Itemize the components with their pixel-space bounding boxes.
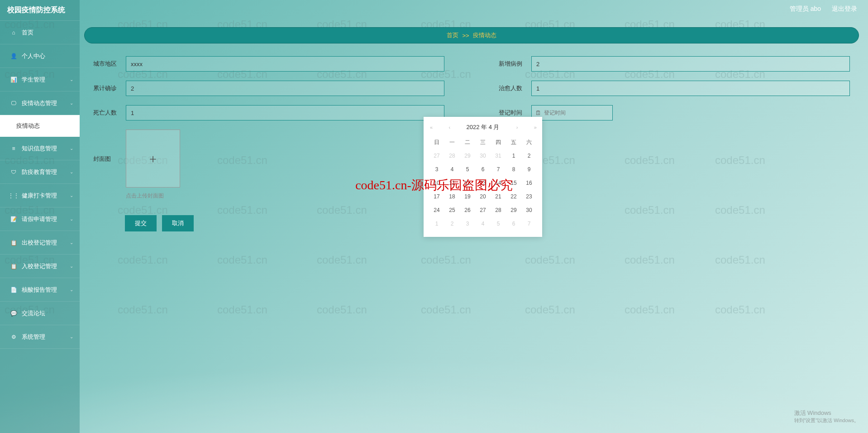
dp-day[interactable]: 15 bbox=[506, 176, 521, 190]
dp-day[interactable]: 29 bbox=[460, 149, 475, 163]
sidebar-item-11[interactable]: 💬交流论坛 bbox=[0, 302, 80, 325]
plus-icon: ＋ bbox=[147, 151, 159, 167]
sidebar-item-7[interactable]: 📝请假申请管理⌄ bbox=[0, 207, 80, 231]
dp-day[interactable]: 6 bbox=[506, 217, 521, 231]
dp-day[interactable]: 27 bbox=[475, 203, 491, 217]
dp-day[interactable]: 21 bbox=[491, 190, 506, 203]
breadcrumb-home[interactable]: 首页 bbox=[447, 31, 458, 39]
dp-day[interactable]: 23 bbox=[521, 190, 537, 203]
dp-day[interactable]: 27 bbox=[429, 149, 444, 163]
dp-day[interactable]: 30 bbox=[475, 149, 491, 163]
dp-day[interactable]: 7 bbox=[521, 217, 537, 231]
dp-day[interactable]: 17 bbox=[429, 190, 444, 203]
sidebar-item-2[interactable]: 📊学生管理⌄ bbox=[0, 68, 80, 91]
dp-day[interactable]: 8 bbox=[506, 163, 521, 176]
watermark-small: code51.cn bbox=[625, 303, 675, 316]
dp-next-year[interactable]: » bbox=[534, 125, 536, 130]
submit-button[interactable]: 提交 bbox=[125, 215, 157, 231]
dp-day[interactable]: 3 bbox=[460, 217, 475, 231]
sidebar-item-12[interactable]: ⚙系统管理⌄ bbox=[0, 325, 80, 349]
dp-day[interactable]: 3 bbox=[429, 163, 444, 176]
log-icon: 📋 bbox=[10, 239, 17, 246]
regtime-input-wrap[interactable]: 🗓 bbox=[531, 105, 613, 120]
chevron-down-icon: ⌄ bbox=[70, 240, 73, 245]
home-icon: ⌂ bbox=[10, 29, 17, 36]
dp-day[interactable]: 2 bbox=[444, 217, 460, 231]
dp-day[interactable]: 30 bbox=[521, 203, 537, 217]
sidebar-item-8[interactable]: 📋出校登记管理⌄ bbox=[0, 231, 80, 255]
newcase-input[interactable] bbox=[531, 56, 850, 72]
dp-day[interactable]: 7 bbox=[491, 163, 506, 176]
watermark-small: code51.cn bbox=[525, 254, 575, 266]
dp-day[interactable]: 29 bbox=[506, 203, 521, 217]
logout-link[interactable]: 退出登录 bbox=[832, 5, 857, 13]
sidebar-item-label: 知识信息管理 bbox=[22, 144, 57, 153]
dp-day[interactable]: 24 bbox=[429, 203, 444, 217]
sidebar-item-label: 系统管理 bbox=[22, 333, 45, 341]
dp-day[interactable]: 31 bbox=[491, 149, 506, 163]
dp-day[interactable]: 9 bbox=[521, 163, 537, 176]
dp-day[interactable]: 16 bbox=[521, 176, 537, 190]
dp-day[interactable]: 13 bbox=[475, 176, 491, 190]
sidebar-item-9[interactable]: 📋入校登记管理⌄ bbox=[0, 255, 80, 278]
activate-line1: 激活 Windows bbox=[794, 409, 859, 417]
dp-day[interactable]: 1 bbox=[429, 217, 444, 231]
total-input[interactable] bbox=[126, 81, 444, 96]
sidebar-item-label: 首页 bbox=[22, 29, 33, 37]
dp-day[interactable]: 22 bbox=[506, 190, 521, 203]
calendar-icon: 🗓 bbox=[535, 110, 541, 116]
cover-upload[interactable]: ＋ bbox=[126, 130, 180, 188]
dp-day[interactable]: 25 bbox=[444, 203, 460, 217]
sidebar-item-label: 出校登记管理 bbox=[22, 239, 57, 247]
sidebar-subitem-active[interactable]: 疫情动态 bbox=[0, 115, 80, 137]
chevron-down-icon: ⌄ bbox=[70, 146, 73, 151]
cancel-button[interactable]: 取消 bbox=[162, 215, 194, 231]
dp-day[interactable]: 28 bbox=[444, 149, 460, 163]
dp-day[interactable]: 20 bbox=[475, 190, 491, 203]
dp-day[interactable]: 2 bbox=[521, 149, 537, 163]
sidebar-item-1[interactable]: 👤个人中心 bbox=[0, 44, 80, 68]
dp-weekday: 六 bbox=[521, 136, 537, 149]
user-icon: 👤 bbox=[10, 53, 17, 60]
total-label: 累计确诊 bbox=[93, 81, 126, 92]
dp-day[interactable]: 4 bbox=[444, 163, 460, 176]
dp-prev-month[interactable]: ‹ bbox=[448, 125, 449, 130]
dp-day[interactable]: 19 bbox=[460, 190, 475, 203]
sidebar-item-6[interactable]: ⋮⋮健康打卡管理⌄ bbox=[0, 184, 80, 207]
sidebar-item-0[interactable]: ⌂首页 bbox=[0, 21, 80, 44]
death-input[interactable] bbox=[126, 105, 444, 120]
dp-day[interactable]: 18 bbox=[444, 190, 460, 203]
sidebar-item-3[interactable]: 🖵疫情动态管理⌄ bbox=[0, 91, 80, 115]
watermark-small: code51.cn bbox=[421, 303, 471, 316]
dp-day[interactable]: 10 bbox=[429, 176, 444, 190]
sidebar-item-5[interactable]: 🛡防疫教育管理⌄ bbox=[0, 160, 80, 184]
dp-day[interactable]: 6 bbox=[475, 163, 491, 176]
dp-day[interactable]: 14 bbox=[491, 176, 506, 190]
chart-icon: 📊 bbox=[10, 76, 17, 83]
breadcrumb-current: 疫情动态 bbox=[473, 31, 496, 39]
watermark-small: code51.cn bbox=[118, 303, 168, 316]
user-label[interactable]: 管理员 abo bbox=[790, 5, 821, 13]
activate-line2: 转到"设置"以激活 Windows。 bbox=[794, 417, 859, 424]
dp-prev-year[interactable]: « bbox=[430, 125, 432, 130]
dp-day[interactable]: 26 bbox=[460, 203, 475, 217]
dp-day[interactable]: 4 bbox=[475, 217, 491, 231]
dp-day[interactable]: 5 bbox=[460, 163, 475, 176]
sidebar-item-4[interactable]: ≡知识信息管理⌄ bbox=[0, 137, 80, 160]
dp-day[interactable]: 5 bbox=[491, 217, 506, 231]
chevron-down-icon: ⌄ bbox=[70, 287, 73, 292]
sidebar: 校园疫情防控系统 ⌂首页👤个人中心📊学生管理⌄🖵疫情动态管理⌄疫情动态≡知识信息… bbox=[0, 0, 80, 433]
watermark-small: code51.cn bbox=[525, 303, 575, 316]
dp-day[interactable]: 12 bbox=[460, 176, 475, 190]
dp-day[interactable]: 11 bbox=[444, 176, 460, 190]
dp-weekday: 五 bbox=[506, 136, 521, 149]
city-input[interactable] bbox=[126, 56, 444, 72]
regtime-input[interactable] bbox=[544, 110, 612, 116]
topbar: 管理员 abo 退出登录 bbox=[790, 0, 868, 18]
dp-day[interactable]: 28 bbox=[491, 203, 506, 217]
dp-next-month[interactable]: › bbox=[516, 125, 517, 130]
form-icon: 📝 bbox=[10, 216, 17, 223]
cured-input[interactable] bbox=[531, 81, 850, 96]
dp-day[interactable]: 1 bbox=[506, 149, 521, 163]
sidebar-item-10[interactable]: 📄核酸报告管理⌄ bbox=[0, 278, 80, 302]
